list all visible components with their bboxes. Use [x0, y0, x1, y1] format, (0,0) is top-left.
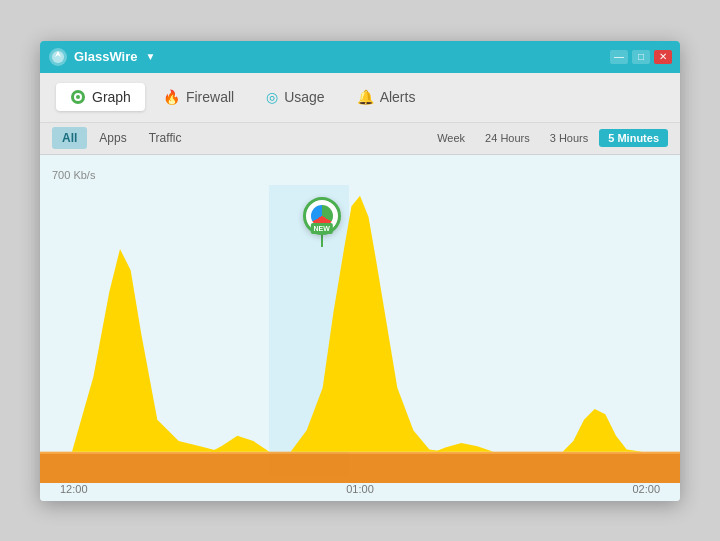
- minimize-button[interactable]: —: [610, 50, 628, 64]
- chart-svg: [40, 185, 680, 484]
- time-24h[interactable]: 24 Hours: [476, 129, 539, 147]
- sub-bar: All Apps Traffic Week 24 Hours 3 Hours 5…: [40, 123, 680, 155]
- window-controls: — □ ✕: [610, 50, 672, 64]
- svg-marker-7: [211, 435, 270, 451]
- svg-marker-6: [72, 248, 221, 451]
- x-label-0100: 01:00: [346, 483, 374, 495]
- time-3h[interactable]: 3 Hours: [541, 129, 598, 147]
- tab-usage[interactable]: ◎ Usage: [252, 83, 338, 111]
- svg-rect-11: [40, 453, 680, 483]
- firewall-icon: 🔥: [163, 89, 180, 105]
- app-window: GlassWire ▼ — □ ✕ Graph 🔥 Firewall ◎ Usa…: [40, 41, 680, 501]
- tab-alerts[interactable]: 🔔 Alerts: [343, 83, 430, 111]
- chart-y-label: 700 Kb/s: [52, 169, 95, 181]
- app-title: GlassWire: [74, 49, 137, 64]
- svg-point-4: [76, 95, 80, 99]
- time-controls: Week 24 Hours 3 Hours 5 Minutes: [428, 129, 668, 147]
- tab-firewall[interactable]: 🔥 Firewall: [149, 83, 248, 111]
- time-week[interactable]: Week: [428, 129, 474, 147]
- tab-alerts-label: Alerts: [380, 89, 416, 105]
- graph-icon: [70, 89, 86, 105]
- pin-marker[interactable]: NEW: [303, 197, 341, 247]
- alerts-icon: 🔔: [357, 89, 374, 105]
- dropdown-icon[interactable]: ▼: [145, 51, 155, 62]
- tab-usage-label: Usage: [284, 89, 324, 105]
- title-bar-left: GlassWire ▼: [48, 47, 610, 67]
- subtab-traffic[interactable]: Traffic: [139, 127, 192, 149]
- x-label-0200: 02:00: [632, 483, 660, 495]
- close-button[interactable]: ✕: [654, 50, 672, 64]
- nav-bar: Graph 🔥 Firewall ◎ Usage 🔔 Alerts: [40, 73, 680, 123]
- title-bar: GlassWire ▼ — □ ✕: [40, 41, 680, 73]
- chart-x-labels: 12:00 01:00 02:00: [40, 483, 680, 495]
- pin-label: NEW: [310, 223, 332, 234]
- tab-graph-label: Graph: [92, 89, 131, 105]
- x-label-1200: 12:00: [60, 483, 88, 495]
- app-logo-icon: [48, 47, 68, 67]
- chart-area: 700 Kb/s NEW: [40, 155, 680, 501]
- time-5m[interactable]: 5 Minutes: [599, 129, 668, 147]
- usage-icon: ◎: [266, 89, 278, 105]
- subtab-all[interactable]: All: [52, 127, 87, 149]
- pin-tail: [321, 235, 323, 247]
- subtab-apps[interactable]: Apps: [89, 127, 136, 149]
- svg-marker-10: [563, 408, 643, 451]
- tab-graph[interactable]: Graph: [56, 83, 145, 111]
- tab-firewall-label: Firewall: [186, 89, 234, 105]
- maximize-button[interactable]: □: [632, 50, 650, 64]
- svg-marker-9: [435, 443, 494, 452]
- pin-circle: NEW: [303, 197, 341, 235]
